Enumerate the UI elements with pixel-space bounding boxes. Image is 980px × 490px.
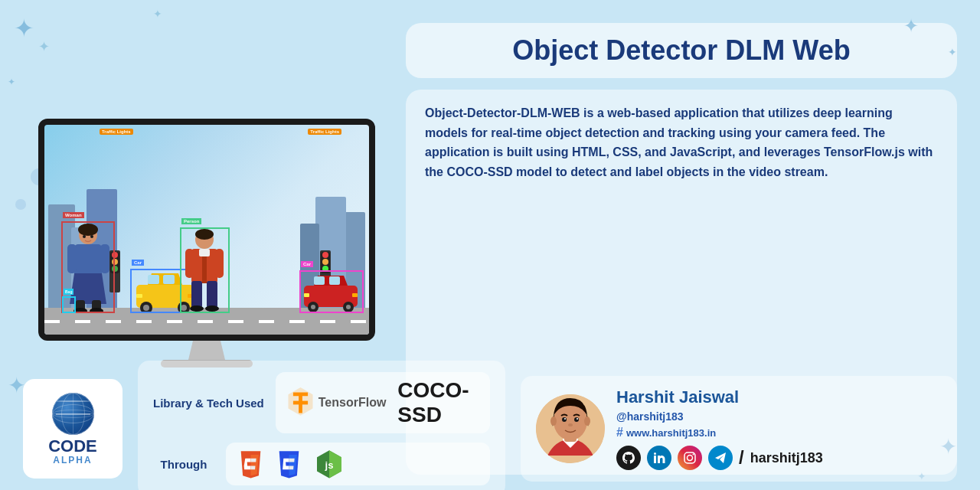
title-card: Object Detector DLM Web	[406, 23, 957, 78]
globe-svg	[52, 393, 94, 435]
github-icon[interactable]	[616, 446, 641, 470]
lib-label-2: Through	[153, 458, 214, 471]
linkedin-svg	[652, 451, 666, 465]
description-text: Object-Detector-DLM-WEB is a web-based a…	[425, 103, 938, 181]
social-row: / harshitj183	[616, 446, 823, 470]
svg-text:js: js	[325, 459, 334, 471]
tech-icons-row-2: 5 js	[226, 443, 490, 485]
det-box-car-red: Car	[299, 270, 364, 313]
page-title: Object Detector DLM Web	[425, 34, 938, 67]
svg-point-67	[564, 418, 566, 420]
det-box-man: Person	[180, 227, 230, 313]
monitor-screen: Traffic Lights Traffic Lights	[44, 125, 369, 335]
author-username: harshitj183	[750, 450, 823, 466]
star-decoration-4: ✦	[8, 77, 15, 87]
det-box-suitcase: Bag	[62, 296, 76, 313]
author-name: Harshit Jaiswal	[616, 387, 823, 407]
monitor-container: Traffic Lights Traffic Lights	[38, 119, 375, 371]
svg-point-64	[584, 416, 590, 426]
slash-separator: /	[739, 447, 744, 469]
html5-icon: 5	[237, 449, 264, 479]
code-alpha-logo-box: CODE ALPHA	[23, 379, 122, 479]
det-label-traffic-left: Traffic Lights	[100, 129, 133, 135]
coco-ssd-label: COCO-SSD	[397, 378, 479, 427]
lib-row-2: Through 5	[153, 443, 490, 485]
road-stripe	[44, 320, 369, 323]
author-website: # www.harshitj183.in	[616, 426, 823, 439]
bottom-bar: CODE ALPHA Library & Tech Used TensorFlo…	[0, 368, 980, 490]
star-decoration-8: ✦	[903, 15, 919, 37]
tensorflow-svg-icon	[287, 387, 314, 418]
author-handle: @harshitj183	[616, 410, 823, 423]
lib-label-1: Library & Tech Used	[153, 397, 264, 410]
svg-point-65	[562, 417, 567, 422]
svg-rect-47	[293, 401, 308, 405]
github-svg	[622, 451, 635, 465]
tensorflow-label: TensorFlow	[318, 396, 387, 410]
instagram-svg	[683, 451, 697, 465]
brand-alpha-text: ALPHA	[53, 455, 92, 466]
star-decoration-9: ✦	[948, 46, 957, 58]
code-alpha-globe	[52, 393, 94, 435]
svg-point-66	[574, 417, 579, 422]
tensorflow-logo: TensorFlow	[287, 387, 387, 418]
svg-point-71	[654, 452, 656, 455]
svg-point-68	[577, 418, 578, 420]
svg-point-74	[693, 454, 694, 456]
author-website-text: www.harshitj183.in	[626, 427, 716, 439]
library-box: Library & Tech Used TensorFlow COCO-SSD	[138, 361, 505, 490]
author-avatar-svg	[536, 394, 605, 463]
instagram-icon[interactable]	[678, 446, 702, 470]
author-box: Harshit Jaiswal @harshitj183 # www.harsh…	[521, 376, 957, 482]
det-label-traffic-right: Traffic Lights	[308, 129, 341, 135]
brand-code-text: CODE	[48, 438, 97, 455]
hashtag-icon: #	[616, 426, 623, 439]
lib-row-1: Library & Tech Used TensorFlow COCO-SSD	[153, 372, 490, 433]
svg-point-73	[688, 456, 693, 461]
author-avatar	[536, 394, 605, 463]
svg-point-63	[550, 416, 557, 426]
svg-point-69	[568, 423, 573, 426]
nodejs-icon: js	[314, 449, 345, 479]
css3-icon	[276, 449, 302, 479]
telegram-icon[interactable]	[708, 446, 733, 470]
linkedin-icon[interactable]	[647, 446, 671, 470]
telegram-svg	[714, 451, 727, 465]
monitor-stand	[184, 341, 230, 360]
monitor-frame: Traffic Lights Traffic Lights	[38, 119, 375, 341]
tech-icons-row-1: TensorFlow COCO-SSD	[276, 372, 490, 433]
svg-rect-70	[654, 456, 656, 463]
author-info: Harshit Jaiswal @harshitj183 # www.harsh…	[616, 387, 823, 470]
